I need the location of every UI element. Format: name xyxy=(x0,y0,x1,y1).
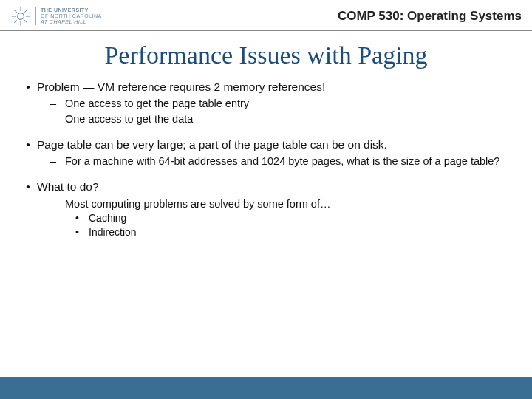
course-title: COMP 530: Operating Systems xyxy=(338,9,522,24)
sub-sub-bullet-text: Indirection xyxy=(89,226,513,239)
dash-mark-icon: – xyxy=(50,197,65,211)
sub-bullet-text: For a machine with 64-bit addresses and … xyxy=(65,154,513,168)
institution-line3: at CHAPEL HILL xyxy=(41,19,102,25)
bullet-text: Page table can be very large; a part of … xyxy=(37,137,513,151)
bullet-item: • Problem — VM reference requires 2 memo… xyxy=(19,80,513,126)
footer-bar xyxy=(0,377,532,399)
svg-point-0 xyxy=(18,13,24,20)
sub-sub-bullet-item: • Caching xyxy=(75,212,513,225)
sub-bullet-item: – One access to get the page table entry xyxy=(50,97,513,110)
slide-body: • Problem — VM reference requires 2 memo… xyxy=(0,80,532,251)
slide-header: THE UNIVERSITY of NORTH CAROLINA at CHAP… xyxy=(0,0,532,31)
institution-logo: THE UNIVERSITY of NORTH CAROLINA at CHAP… xyxy=(10,6,102,27)
institution-line2: of NORTH CAROLINA xyxy=(41,13,102,19)
bullet-text: Problem — VM reference requires 2 memory… xyxy=(37,80,513,94)
sub-bullet-item: – Most computing problems are solved by … xyxy=(50,197,513,211)
bullet-item: • Page table can be very large; a part o… xyxy=(19,137,513,168)
slide-title: Performance Issues with Paging xyxy=(0,41,532,69)
sub-bullet-text: Most computing problems are solved by so… xyxy=(65,197,513,211)
sub-bullet-text: One access to get the data xyxy=(65,112,513,126)
sub-bullet-item: – One access to get the data xyxy=(50,112,513,126)
bullet-mark-icon: • xyxy=(19,80,37,94)
bullet-mark-icon: • xyxy=(19,137,37,151)
sub-sub-bullet-item: • Indirection xyxy=(75,226,513,239)
bullet-mark-icon: • xyxy=(75,212,89,225)
bullet-list: • Problem — VM reference requires 2 memo… xyxy=(19,80,513,239)
sub-bullet-item: – For a machine with 64-bit addresses an… xyxy=(50,154,513,168)
sub-sub-bullet-text: Caching xyxy=(89,212,513,225)
bullet-text: What to do? xyxy=(37,180,513,194)
bullet-mark-icon: • xyxy=(75,226,89,239)
bullet-mark-icon: • xyxy=(19,180,37,194)
dash-mark-icon: – xyxy=(50,154,65,168)
sub-bullet-text: One access to get the page table entry xyxy=(65,97,513,110)
dash-mark-icon: – xyxy=(50,97,65,110)
unc-logo-icon xyxy=(10,6,31,27)
institution-name: THE UNIVERSITY of NORTH CAROLINA at CHAP… xyxy=(35,7,102,24)
dash-mark-icon: – xyxy=(50,112,65,126)
bullet-item: • What to do? – Most computing problems … xyxy=(19,180,513,239)
svg-line-5 xyxy=(14,10,17,13)
institution-line1: THE UNIVERSITY xyxy=(41,7,102,13)
svg-line-7 xyxy=(24,10,27,13)
svg-line-8 xyxy=(14,20,17,23)
svg-line-6 xyxy=(24,20,27,23)
slide: THE UNIVERSITY of NORTH CAROLINA at CHAP… xyxy=(0,0,532,399)
